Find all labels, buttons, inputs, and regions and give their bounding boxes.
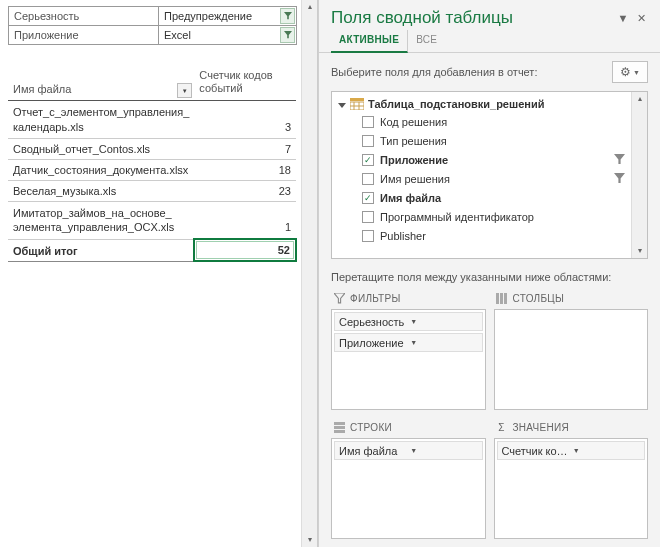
area-item-label: Серьезность	[339, 316, 406, 328]
field-label: Программный идентификатор	[380, 211, 625, 223]
pane-title: Поля сводной таблицы	[331, 8, 612, 28]
field-checkbox[interactable]	[362, 135, 374, 147]
field-checkbox[interactable]	[362, 230, 374, 242]
drag-instruction: Перетащите поля между указанными ниже об…	[319, 267, 660, 289]
svg-rect-0	[350, 98, 364, 101]
chevron-down-icon[interactable]: ▼	[406, 447, 477, 454]
chevron-down-icon: ▼	[633, 69, 640, 76]
filter-label-app: Приложение	[9, 26, 159, 45]
field-checkbox[interactable]: ✓	[362, 154, 374, 166]
funnel-icon[interactable]	[614, 154, 625, 165]
area-item[interactable]: Имя файла▼	[334, 441, 483, 460]
area-values-title: ЗНАЧЕНИЯ	[513, 422, 570, 433]
table-name: Таблица_подстановки_решений	[368, 98, 544, 110]
field-item[interactable]: Publisher	[334, 226, 629, 245]
field-label: Тип решения	[380, 135, 625, 147]
dropdown-icon[interactable]: ▼	[616, 11, 630, 25]
table-row: Веселая_музыка.xls23	[8, 180, 296, 201]
svg-rect-8	[334, 422, 345, 425]
row-count[interactable]: 23	[194, 180, 296, 201]
field-item[interactable]: Имя решения	[334, 169, 629, 188]
chevron-down-icon[interactable]: ▼	[406, 318, 477, 325]
tools-button[interactable]: ⚙ ▼	[612, 61, 648, 83]
row-count[interactable]: 18	[194, 159, 296, 180]
field-item[interactable]: ✓Приложение	[334, 150, 629, 169]
table-icon	[350, 98, 364, 110]
instruction-text: Выберите поля для добавления в отчет:	[331, 66, 612, 78]
grand-total-value[interactable]: 52	[194, 239, 296, 261]
header-filename-label: Имя файла	[13, 83, 71, 95]
field-label: Имя решения	[380, 173, 610, 185]
area-columns-dropzone[interactable]	[494, 309, 649, 410]
field-list-scrollbar[interactable]	[631, 92, 647, 258]
field-label: Код решения	[380, 116, 625, 128]
filter-dropdown-severity[interactable]	[280, 8, 295, 24]
svg-rect-6	[500, 293, 503, 304]
svg-rect-7	[504, 293, 507, 304]
row-count[interactable]: 7	[194, 138, 296, 159]
pivot-worksheet: Серьезность Предупреждение Приложение Ex…	[0, 0, 318, 547]
field-item[interactable]: Код решения	[334, 112, 629, 131]
pivot-fields-pane: Поля сводной таблицы ▼ ✕ АКТИВНЫЕ ВСЕ Вы…	[318, 0, 660, 547]
area-filters-dropzone[interactable]: Серьезность▼Приложение▼	[331, 309, 486, 410]
area-filters: ФИЛЬТРЫ Серьезность▼Приложение▼	[331, 289, 486, 410]
field-list: Таблица_подстановки_решений Код решенияТ…	[331, 91, 648, 259]
row-filename[interactable]: Отчет_с_элементом_управления_ календарь.…	[8, 101, 194, 139]
area-item-label: Приложение	[339, 337, 406, 349]
area-item[interactable]: Серьезность▼	[334, 312, 483, 331]
svg-rect-9	[334, 426, 345, 429]
svg-rect-10	[334, 430, 345, 433]
table-row: Датчик_состояния_документа.xlsx18	[8, 159, 296, 180]
table-root-row[interactable]: Таблица_подстановки_решений	[334, 96, 629, 112]
expand-icon[interactable]	[338, 103, 346, 108]
field-checkbox[interactable]	[362, 173, 374, 185]
filter-value-severity[interactable]: Предупреждение	[159, 7, 297, 26]
row-count[interactable]: 3	[194, 101, 296, 139]
header-filename[interactable]: Имя файла ▼	[8, 65, 194, 101]
area-rows-dropzone[interactable]: Имя файла▼	[331, 438, 486, 539]
row-filename[interactable]: Имитатор_займов_на_основе_ элемента_упра…	[8, 201, 194, 239]
funnel-icon[interactable]	[614, 173, 625, 184]
area-item[interactable]: Приложение▼	[334, 333, 483, 352]
filter-value-text: Excel	[164, 29, 191, 41]
gear-icon: ⚙	[620, 65, 631, 79]
filter-dropdown-app[interactable]	[280, 27, 295, 43]
columns-icon	[496, 292, 508, 304]
field-label: Publisher	[380, 230, 625, 242]
tab-active-fields[interactable]: АКТИВНЫЕ	[331, 30, 408, 53]
header-dropdown-filename[interactable]: ▼	[177, 83, 192, 98]
field-checkbox[interactable]: ✓	[362, 192, 374, 204]
pivot-data-table: Имя файла ▼ Счетчик кодов событий Отчет_…	[8, 65, 297, 262]
area-rows-title: СТРОКИ	[350, 422, 392, 433]
row-filename[interactable]: Сводный_отчет_Contos.xls	[8, 138, 194, 159]
chevron-down-icon[interactable]: ▼	[406, 339, 477, 346]
filter-value-app[interactable]: Excel	[159, 26, 297, 45]
svg-rect-5	[496, 293, 499, 304]
pivot-filter-block: Серьезность Предупреждение Приложение Ex…	[8, 6, 297, 45]
area-item[interactable]: Счетчик кодов событий▼	[497, 441, 646, 460]
table-row: Имитатор_займов_на_основе_ элемента_упра…	[8, 201, 296, 239]
table-row: Отчет_с_элементом_управления_ календарь.…	[8, 101, 296, 139]
close-icon[interactable]: ✕	[634, 11, 648, 25]
row-filename[interactable]: Веселая_музыка.xls	[8, 180, 194, 201]
row-filename[interactable]: Датчик_состояния_документа.xlsx	[8, 159, 194, 180]
worksheet-scrollbar[interactable]	[301, 0, 317, 547]
row-count[interactable]: 1	[194, 201, 296, 239]
area-values-dropzone[interactable]: Счетчик кодов событий▼	[494, 438, 649, 539]
chevron-down-icon[interactable]: ▼	[569, 447, 640, 454]
sigma-icon: Σ	[496, 421, 508, 433]
field-label: Имя файла	[380, 192, 625, 204]
rows-icon	[333, 421, 345, 433]
tab-all-fields[interactable]: ВСЕ	[408, 30, 445, 52]
filter-label-severity: Серьезность	[9, 7, 159, 26]
area-values: Σ ЗНАЧЕНИЯ Счетчик кодов событий▼	[494, 418, 649, 539]
area-columns: СТОЛБЦЫ	[494, 289, 649, 410]
field-item[interactable]: Тип решения	[334, 131, 629, 150]
field-checkbox[interactable]	[362, 211, 374, 223]
field-item[interactable]: Программный идентификатор	[334, 207, 629, 226]
field-item[interactable]: ✓Имя файла	[334, 188, 629, 207]
field-checkbox[interactable]	[362, 116, 374, 128]
filter-value-text: Предупреждение	[164, 10, 252, 22]
area-rows: СТРОКИ Имя файла▼	[331, 418, 486, 539]
area-columns-title: СТОЛБЦЫ	[513, 293, 565, 304]
